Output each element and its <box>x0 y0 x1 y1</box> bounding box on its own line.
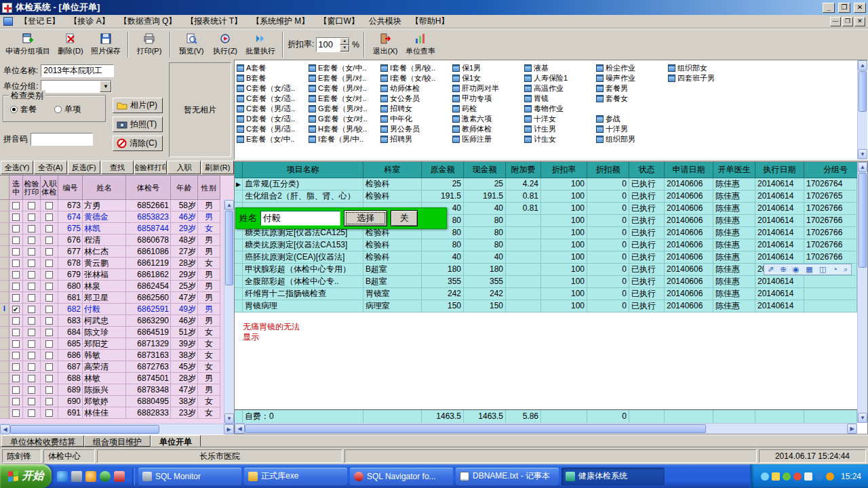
package-item[interactable]: 四套班子男 <box>668 73 736 83</box>
action-button[interactable]: 查找 <box>101 161 134 174</box>
package-item[interactable]: 药检 <box>452 104 520 114</box>
employee-row[interactable]: 676 程清 6860678 48岁 男 <box>0 235 224 246</box>
messenger-icon[interactable] <box>100 471 111 482</box>
lab-print-checkbox[interactable] <box>28 386 35 394</box>
scroll-thumb[interactable] <box>859 173 867 268</box>
select-checkbox[interactable] <box>12 294 20 302</box>
package-item[interactable]: 女公务员 <box>380 94 448 104</box>
select-checkbox[interactable] <box>12 248 20 256</box>
lab-print-checkbox[interactable] <box>28 260 35 267</box>
tray-icon-antivirus[interactable] <box>783 472 791 481</box>
package-item[interactable]: 教师体检 <box>452 124 520 134</box>
task-exam-system[interactable]: 健康体检系统 <box>561 468 665 485</box>
package-item[interactable]: 十洋女 <box>524 114 592 124</box>
employee-horizontal-scrollbar[interactable]: ◀ ▶ <box>0 424 234 434</box>
task-folder[interactable]: 正式库exe <box>244 468 347 485</box>
task-sql-monitor[interactable]: SQL Monitor <box>138 468 241 485</box>
select-checkbox[interactable] <box>12 363 20 371</box>
radio-package[interactable]: 套餐 <box>10 104 37 115</box>
package-item[interactable]: D套餐（女/适.. <box>237 114 304 124</box>
tray-icon-update[interactable] <box>772 472 780 481</box>
package-item[interactable]: H套餐（男/较.. <box>309 124 376 134</box>
package-item[interactable]: 保1女 <box>452 73 520 83</box>
unit-group-select[interactable]: ▼ <box>41 80 112 93</box>
menu-item[interactable]: 【登记 E】 <box>15 14 64 28</box>
entry-exam-checkbox[interactable] <box>45 214 53 221</box>
package-item[interactable]: 粉尘作业 <box>596 63 664 73</box>
employee-row[interactable]: 685 郑阳芝 6871329 39岁 女 <box>0 338 224 350</box>
task-notepad[interactable]: DBNAME.txt - 记事本 <box>456 468 559 485</box>
lab-print-checkbox[interactable] <box>28 375 35 382</box>
package-item[interactable]: 计生女 <box>524 134 592 144</box>
exit-button[interactable]: 退出(X) <box>369 30 401 59</box>
employee-row[interactable]: 680 林泉 6862454 25岁 男 <box>0 281 224 292</box>
select-checkbox[interactable] <box>12 317 20 325</box>
select-checkbox[interactable] <box>12 386 20 394</box>
package-item[interactable]: 激素六项 <box>452 114 520 124</box>
select-checkbox[interactable] <box>12 202 20 209</box>
unit-name-input[interactable] <box>41 64 114 77</box>
tray-icon-input[interactable] <box>804 472 812 481</box>
select-checkbox[interactable] <box>12 329 20 336</box>
close-dialog-button[interactable]: 关 <box>391 210 418 226</box>
lab-print-checkbox[interactable] <box>28 340 35 348</box>
package-item[interactable]: 套餐男 <box>596 83 664 94</box>
ie-icon[interactable] <box>57 471 68 482</box>
package-item[interactable]: 甲功专项 <box>452 94 520 104</box>
package-item[interactable]: A套餐 <box>237 63 304 73</box>
package-item[interactable]: 保1男 <box>452 63 520 73</box>
mini-toolbar-icon[interactable]: ◉ <box>793 264 800 274</box>
pinyin-input[interactable] <box>31 133 93 146</box>
tray-icon-network[interactable] <box>761 472 769 481</box>
discount-rate-input[interactable] <box>317 38 340 52</box>
package-vertical-scrollbar[interactable]: ▲ ▼ <box>857 60 867 159</box>
entry-exam-checkbox[interactable] <box>45 409 53 417</box>
scroll-thumb[interactable] <box>10 425 159 434</box>
action-button[interactable]: 全选(Y) <box>1 161 33 174</box>
select-checkbox[interactable] <box>12 409 20 417</box>
package-item[interactable]: C套餐（女/适.. <box>237 94 304 104</box>
project-row[interactable]: 胃镜病理 病理室 150 150 100 0 已执行 20140606 陈佳惠 … <box>235 300 857 312</box>
project-horizontal-scrollbar[interactable]: ◀ ▶ <box>235 423 857 434</box>
employee-row[interactable]: 681 郑卫星 6862560 47岁 男 <box>0 292 224 304</box>
menu-item[interactable]: 【接诊 A】 <box>64 14 114 28</box>
project-row[interactable]: 糖类抗原测定[仪器法CA153] 检验科 80 80 100 0 已执行 201… <box>235 239 857 251</box>
project-row[interactable]: 纤维胃十二指肠镜检查 胃镜室 242 242 100 0 已执行 2014060… <box>235 288 857 300</box>
package-item[interactable]: G套餐（女/对.. <box>309 114 376 124</box>
employee-row[interactable]: 683 柯武忠 6863290 46岁 男 <box>0 315 224 327</box>
package-item[interactable]: 招聘女 <box>380 104 448 114</box>
menu-item[interactable]: 【窗口W】 <box>314 14 363 28</box>
employee-row[interactable]: 674 黄德金 6853823 46岁 男 <box>0 211 224 223</box>
package-item[interactable]: I套餐（女/较.. <box>380 73 448 83</box>
employee-row[interactable]: 675 林凯 6858744 29岁 女 <box>0 223 224 235</box>
mdi-minimize-button[interactable]: — <box>830 17 841 26</box>
employee-row[interactable]: I 682 付毅 6862591 49岁 男 <box>0 304 224 315</box>
select-button[interactable]: 选择 <box>344 210 387 226</box>
package-item[interactable]: 噪声作业 <box>596 73 664 83</box>
lab-print-checkbox[interactable] <box>28 352 35 359</box>
package-item[interactable]: I套餐（男/中.. <box>309 134 376 144</box>
batch-execute-button[interactable]: 批量执行 <box>243 30 278 59</box>
employee-row[interactable]: 686 韩敏 6873163 38岁 女 <box>0 350 224 361</box>
spin-down-button[interactable]: ▼ <box>340 45 349 52</box>
select-checkbox[interactable] <box>12 225 20 232</box>
scroll-down-icon[interactable]: ▼ <box>224 413 234 424</box>
package-item[interactable]: C套餐（女/适.. <box>237 83 304 94</box>
entry-exam-checkbox[interactable] <box>45 225 53 232</box>
select-checkbox[interactable] <box>12 237 20 244</box>
package-item[interactable]: C套餐（男/适.. <box>237 124 304 134</box>
package-item[interactable]: 招聘男 <box>380 134 448 144</box>
entry-exam-checkbox[interactable] <box>45 386 53 394</box>
lab-print-checkbox[interactable] <box>28 294 35 302</box>
menu-item[interactable]: 【报表统计 T】 <box>181 14 247 28</box>
lab-print-checkbox[interactable] <box>28 237 35 244</box>
page-tab[interactable]: 单位开单 <box>151 435 201 447</box>
package-item[interactable]: 人寿保险1 <box>524 73 592 83</box>
clear-photo-button[interactable]: 清除(C) <box>113 136 163 151</box>
package-item[interactable]: G套餐（男/对.. <box>309 104 376 114</box>
package-item[interactable]: E套餐（女/中.. <box>237 134 304 144</box>
package-item[interactable]: 套餐女 <box>596 94 664 104</box>
project-row[interactable]: ▶ 血常规(五分类) 检验科 25 25 4.24 100 0 已执行 2014… <box>235 178 857 190</box>
package-item[interactable]: C套餐（男/对.. <box>309 83 376 94</box>
photo-button[interactable]: 相片(P) <box>113 98 163 113</box>
